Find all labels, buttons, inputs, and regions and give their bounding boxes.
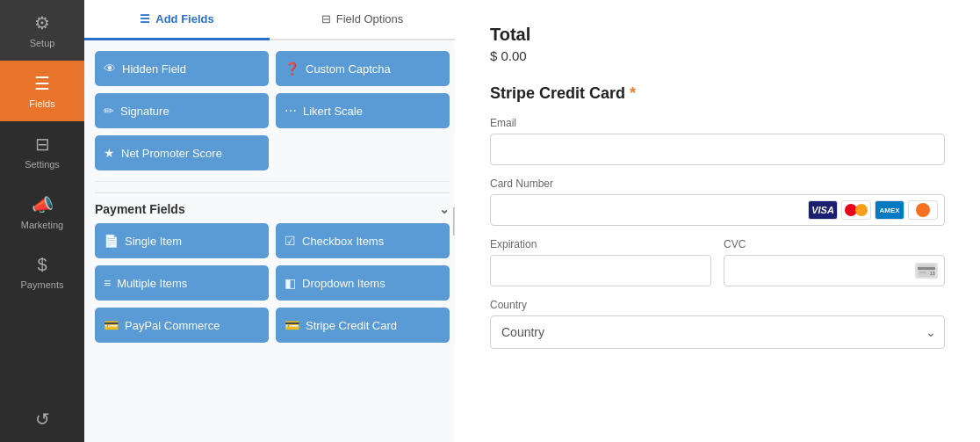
tab-field-options[interactable]: ⊟ Field Options bbox=[270, 0, 455, 40]
net-promoter-score-label: Net Promoter Score bbox=[121, 147, 222, 160]
custom-captcha-button[interactable]: ❓ Custom Captcha bbox=[276, 51, 450, 86]
marketing-icon: 📣 bbox=[32, 194, 54, 215]
signature-button[interactable]: ✏ Signature bbox=[95, 93, 269, 128]
nav-item-fields[interactable]: ☰ Fields bbox=[0, 61, 84, 121]
right-panel: Total $ 0.00 Stripe Credit Card * Email … bbox=[455, 0, 980, 442]
paypal-commerce-label: PayPal Commerce bbox=[125, 319, 220, 332]
stripe-title-text: Stripe Credit Card bbox=[490, 84, 625, 103]
tab-field-options-label: Field Options bbox=[336, 12, 404, 25]
single-item-button[interactable]: 📄 Single Item bbox=[95, 223, 269, 258]
nav-item-setup[interactable]: ⚙ Setup bbox=[0, 0, 84, 61]
dots-icon: ⋯ bbox=[285, 104, 297, 118]
country-select-wrapper: Country United States United Kingdom Can… bbox=[490, 315, 945, 349]
eye-icon: 👁 bbox=[104, 62, 116, 76]
mastercard-icon bbox=[841, 200, 871, 220]
card-number-wrapper: VISA AMEX bbox=[490, 194, 945, 226]
nav-label-payments: Payments bbox=[21, 279, 64, 290]
payment-fields-grid: 📄 Single Item ☑ Checkbox Items ≡ Multipl… bbox=[95, 223, 450, 343]
settings-icon: ⊟ bbox=[35, 134, 50, 155]
likert-scale-button[interactable]: ⋯ Likert Scale bbox=[276, 93, 450, 128]
stripe-credit-card-title: Stripe Credit Card * bbox=[490, 84, 945, 103]
svg-rect-1 bbox=[918, 267, 935, 270]
checkbox-icon: ☑ bbox=[285, 234, 296, 248]
field-options-icon: ⊟ bbox=[321, 12, 331, 25]
stripe-credit-card-label: Stripe Credit Card bbox=[306, 319, 397, 332]
total-label: Total bbox=[490, 25, 945, 45]
signature-label: Signature bbox=[120, 105, 169, 118]
star-icon: ★ bbox=[104, 146, 115, 160]
expiration-field-group: Expiration bbox=[490, 238, 711, 286]
multiple-items-label: Multiple Items bbox=[117, 277, 187, 290]
nav-item-history[interactable]: ↺ bbox=[0, 396, 84, 442]
tab-add-fields-label: Add Fields bbox=[155, 12, 213, 25]
fields-icon: ☰ bbox=[34, 73, 50, 94]
pencil-icon: ✏ bbox=[104, 104, 114, 118]
card-brand-icons: VISA AMEX bbox=[808, 200, 938, 220]
country-label: Country bbox=[490, 299, 945, 311]
total-amount: $ 0.00 bbox=[490, 48, 945, 63]
email-field-group: Email bbox=[490, 117, 945, 165]
nav-label-marketing: Marketing bbox=[21, 220, 63, 230]
amex-icon: AMEX bbox=[875, 200, 904, 220]
email-input[interactable] bbox=[490, 134, 945, 165]
nav-item-settings[interactable]: ⊟ Settings bbox=[0, 121, 84, 182]
panel-collapse-toggle[interactable]: ‹ bbox=[453, 207, 455, 235]
dropdown-icon: ◧ bbox=[285, 276, 296, 290]
payments-icon: $ bbox=[37, 255, 47, 275]
dropdown-items-label: Dropdown Items bbox=[302, 277, 386, 290]
nav-label-setup: Setup bbox=[30, 38, 55, 48]
visa-icon: VISA bbox=[808, 200, 838, 220]
dropdown-items-button[interactable]: ◧ Dropdown Items bbox=[276, 265, 450, 301]
tab-bar: ☰ Add Fields ⊟ Field Options bbox=[84, 0, 455, 40]
payment-fields-header: Payment Fields ⌄ bbox=[95, 192, 450, 223]
payment-fields-title: Payment Fields bbox=[95, 202, 185, 216]
multiple-items-button[interactable]: ≡ Multiple Items bbox=[95, 265, 269, 301]
left-navigation: ⚙ Setup ☰ Fields ⊟ Settings 📣 Marketing … bbox=[0, 0, 84, 442]
expiration-input[interactable] bbox=[490, 255, 711, 286]
card-number-field-group: Card Number VISA AMEX bbox=[490, 178, 945, 226]
country-field-group: Country Country United States United Kin… bbox=[490, 299, 945, 349]
required-star: * bbox=[630, 84, 636, 103]
card-number-label: Card Number bbox=[490, 178, 945, 190]
hidden-field-button[interactable]: 👁 Hidden Field bbox=[95, 51, 269, 86]
nav-label-settings: Settings bbox=[25, 159, 60, 170]
nav-item-payments[interactable]: $ Payments bbox=[0, 243, 84, 302]
paypal-icon: 💳 bbox=[104, 318, 119, 332]
section-divider bbox=[95, 181, 450, 182]
cvc-label: CVC bbox=[724, 238, 945, 250]
svg-text:132: 132 bbox=[930, 271, 935, 276]
document-icon: 📄 bbox=[104, 234, 119, 248]
add-fields-icon: ☰ bbox=[140, 12, 150, 25]
net-promoter-score-button[interactable]: ★ Net Promoter Score bbox=[95, 135, 269, 170]
cvc-input[interactable] bbox=[724, 255, 945, 286]
special-fields-grid: 👁 Hidden Field ❓ Custom Captcha ✏ Signat… bbox=[95, 51, 450, 170]
history-icon: ↺ bbox=[35, 409, 50, 430]
nav-item-marketing[interactable]: 📣 Marketing bbox=[0, 182, 84, 243]
cvc-card-icon: 132 bbox=[915, 263, 938, 279]
likert-scale-label: Likert Scale bbox=[303, 105, 363, 118]
gear-icon: ⚙ bbox=[34, 12, 50, 33]
checkbox-items-label: Checkbox Items bbox=[302, 235, 384, 248]
country-select[interactable]: Country United States United Kingdom Can… bbox=[490, 315, 945, 349]
nav-label-fields: Fields bbox=[29, 98, 54, 109]
cvc-wrapper: 132 bbox=[724, 255, 945, 286]
list-icon: ≡ bbox=[104, 276, 111, 290]
payment-fields-collapse[interactable]: ⌄ bbox=[439, 202, 450, 216]
single-item-label: Single Item bbox=[125, 235, 182, 248]
custom-captcha-label: Custom Captcha bbox=[306, 62, 391, 76]
expiry-cvc-row: Expiration CVC 132 bbox=[490, 238, 945, 299]
hidden-field-label: Hidden Field bbox=[122, 62, 186, 76]
email-label: Email bbox=[490, 117, 945, 129]
tab-add-fields[interactable]: ☰ Add Fields bbox=[84, 0, 270, 40]
question-icon: ❓ bbox=[285, 62, 299, 76]
cvc-field-group: CVC 132 bbox=[724, 238, 945, 286]
svg-rect-2 bbox=[919, 272, 926, 273]
stripe-icon: 💳 bbox=[285, 318, 299, 332]
expiration-label: Expiration bbox=[490, 238, 711, 250]
stripe-credit-card-button[interactable]: 💳 Stripe Credit Card bbox=[276, 308, 450, 343]
discover-icon bbox=[908, 200, 938, 220]
paypal-commerce-button[interactable]: 💳 PayPal Commerce bbox=[95, 308, 269, 343]
fields-scroll-area[interactable]: 👁 Hidden Field ❓ Custom Captcha ✏ Signat… bbox=[84, 40, 455, 442]
middle-panel: ☰ Add Fields ⊟ Field Options 👁 Hidden Fi… bbox=[84, 0, 455, 442]
checkbox-items-button[interactable]: ☑ Checkbox Items bbox=[276, 223, 450, 258]
